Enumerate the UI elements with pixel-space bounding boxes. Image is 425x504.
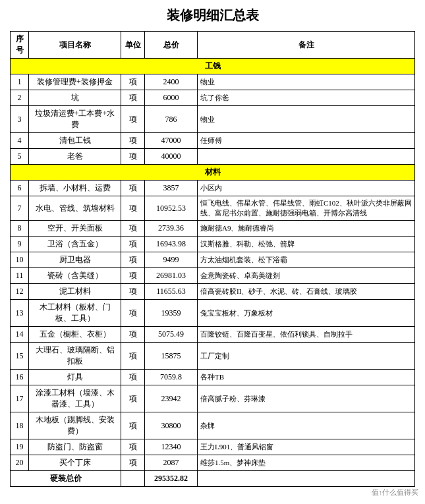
table-row: 1装修管理费+装修押金项2400物业 (11, 74, 415, 90)
cell-price: 2087 (145, 455, 198, 471)
cell-unit: 项 (121, 412, 145, 439)
cell-price: 11655.63 (145, 284, 198, 300)
cell-unit: 项 (121, 252, 145, 268)
total-label: 硬装总价 (11, 471, 121, 487)
header-note: 备注 (198, 32, 415, 59)
cell-price: 16943.98 (145, 237, 198, 252)
cell-price: 9499 (145, 252, 198, 268)
cell-unit: 项 (121, 439, 145, 455)
cell-seq: 6 (11, 181, 29, 196)
cell-seq: 2 (11, 90, 29, 106)
table-row: 7水电、管线、筑墙材料项10952.53恒飞电线、伟星水管、伟星线管、雨虹C10… (11, 196, 415, 221)
cell-name: 防盗门、防盗窗 (29, 439, 121, 455)
cell-seq: 8 (11, 221, 29, 237)
cell-unit: 项 (121, 327, 145, 343)
cell-price: 47000 (145, 133, 198, 149)
section-label: 材料 (11, 165, 415, 181)
cell-note: 金意陶瓷砖、卓高美缝剂 (198, 268, 415, 284)
cell-seq: 16 (11, 370, 29, 385)
header-name: 项目名称 (29, 32, 121, 59)
cell-unit: 项 (121, 181, 145, 196)
cell-price: 30800 (145, 412, 198, 439)
cell-unit: 项 (121, 74, 145, 90)
cell-seq: 4 (11, 133, 29, 149)
cell-unit: 项 (121, 268, 145, 284)
table-row: 12泥工材料项11655.63倍高瓷砖胶II、砂子、水泥、砖、石膏线、玻璃胶 (11, 284, 415, 300)
cell-name: 涂漆工材料（墙漆、木器漆、工具） (29, 385, 121, 412)
cell-note: 施耐德A9、施耐德睿尚 (198, 221, 415, 237)
cell-seq: 14 (11, 327, 29, 343)
cell-unit: 项 (121, 106, 145, 133)
cell-price: 7059.8 (145, 370, 198, 385)
cell-price: 26981.03 (145, 268, 198, 284)
cell-unit: 项 (121, 133, 145, 149)
cell-seq: 1 (11, 74, 29, 90)
cell-price: 10952.53 (145, 196, 198, 221)
cell-seq: 7 (11, 196, 29, 221)
cell-unit: 项 (121, 455, 145, 471)
table-row: 工钱 (11, 59, 415, 74)
table-row: 硬装总价295352.82 (11, 471, 415, 487)
cell-name: 垃圾清运费+工本费+水费 (29, 106, 121, 133)
cell-note: 坑了你爸 (198, 90, 415, 106)
cell-unit: 项 (121, 90, 145, 106)
cell-price: 15875 (145, 343, 198, 370)
cell-name: 水电、管线、筑墙材料 (29, 196, 121, 221)
header-price: 总价 (145, 32, 198, 59)
total-note (198, 471, 415, 487)
table-row: 材料 (11, 165, 415, 181)
table-row: 5老爸项40000 (11, 149, 415, 165)
cell-name: 买个丁床 (29, 455, 121, 471)
cell-name: 空开、开关面板 (29, 221, 121, 237)
cell-price: 3857 (145, 181, 198, 196)
table-row: 10厨卫电器项9499方太油烟机套装、松下浴霸 (11, 252, 415, 268)
cell-note: 工厂定制 (198, 343, 415, 370)
cell-seq: 20 (11, 455, 29, 471)
cell-name: 厨卫电器 (29, 252, 121, 268)
cell-unit: 项 (121, 196, 145, 221)
table-header: 序号 项目名称 单位 总价 备注 (11, 32, 415, 59)
cell-seq: 9 (11, 237, 29, 252)
watermark: 值↑什么值得买 (372, 488, 419, 497)
cell-price: 786 (145, 106, 198, 133)
total-unit (121, 471, 145, 487)
cell-price: 2400 (145, 74, 198, 90)
cell-note: 汉斯格雅、科勒、松弛、箭牌 (198, 237, 415, 252)
cell-name: 木地板（踢脚线、安装费） (29, 412, 121, 439)
cell-note: 倍高腻子粉、芬琳漆 (198, 385, 415, 412)
cell-price: 19359 (145, 300, 198, 327)
cell-price: 6000 (145, 90, 198, 106)
cell-note: 物业 (198, 106, 415, 133)
cell-unit: 项 (121, 370, 145, 385)
cell-unit: 项 (121, 237, 145, 252)
table-row: 19防盗门、防盗窗项12340王力L901、普通风铝窗 (11, 439, 415, 455)
total-price: 295352.82 (145, 471, 198, 487)
cell-unit: 项 (121, 343, 145, 370)
page-title: 装修明细汇总表 (10, 7, 415, 24)
header-seq: 序号 (11, 32, 29, 59)
cell-price: 40000 (145, 149, 198, 165)
cell-note: 百隆铰链、百隆百变星、依佰利锁具、自制拉手 (198, 327, 415, 343)
cell-name: 瓷砖（含美缝） (29, 268, 121, 284)
cell-note: 物业 (198, 74, 415, 90)
cell-note: 任师傅 (198, 133, 415, 149)
cell-seq: 17 (11, 385, 29, 412)
section-label: 工钱 (11, 59, 415, 74)
cell-name: 大理石、玻璃隔断、铝扣板 (29, 343, 121, 370)
cell-note: 兔宝宝板材、万象板材 (198, 300, 415, 327)
cell-seq: 15 (11, 343, 29, 370)
table-row: 18木地板（踢脚线、安装费）项30800杂牌 (11, 412, 415, 439)
cell-unit: 项 (121, 300, 145, 327)
cell-name: 清包工钱 (29, 133, 121, 149)
cell-note: 方太油烟机套装、松下浴霸 (198, 252, 415, 268)
cell-name: 坑 (29, 90, 121, 106)
cell-seq: 11 (11, 268, 29, 284)
page-container: 装修明细汇总表 序号 项目名称 单位 总价 备注 工钱1装修管理费+装修押金项2… (0, 0, 425, 493)
cell-name: 泥工材料 (29, 284, 121, 300)
table-row: 17涂漆工材料（墙漆、木器漆、工具）项23942倍高腻子粉、芬琳漆 (11, 385, 415, 412)
cell-name: 拆墙、小材料、运费 (29, 181, 121, 196)
cell-note: 维莎1.5m、梦神床垫 (198, 455, 415, 471)
cell-price: 2739.36 (145, 221, 198, 237)
table-row: 16灯具项7059.8各种TB (11, 370, 415, 385)
table-row: 3垃圾清运费+工本费+水费项786物业 (11, 106, 415, 133)
